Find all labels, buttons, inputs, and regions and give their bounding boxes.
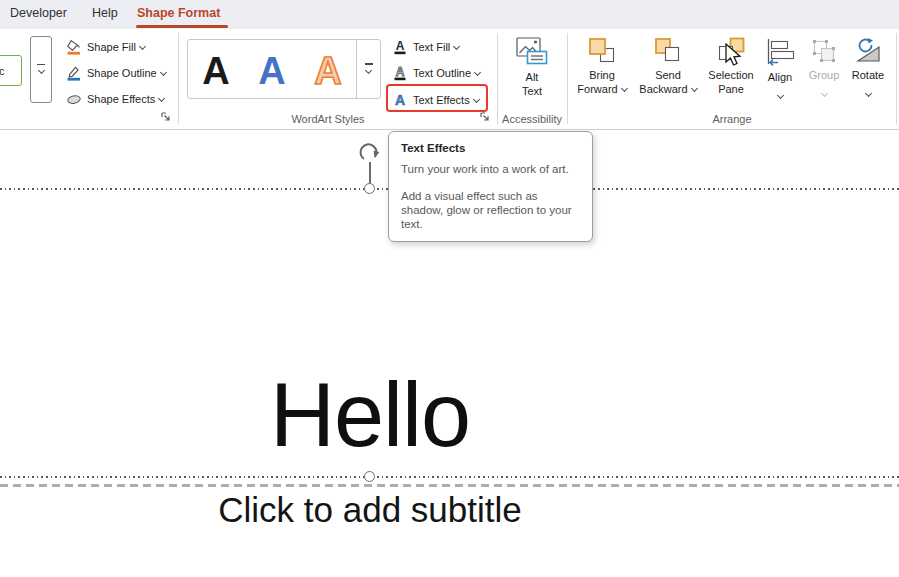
send-backward-label-line2: Backward bbox=[639, 83, 687, 95]
bring-forward-label-line2: Forward bbox=[577, 83, 617, 95]
shape-styles-dialog-launcher-icon[interactable] bbox=[160, 111, 172, 123]
group-button[interactable]: Group bbox=[803, 33, 845, 125]
align-label: Align bbox=[757, 70, 803, 84]
wordart-more-button[interactable] bbox=[356, 40, 380, 98]
shape-outline-label: Shape Outline bbox=[87, 67, 157, 79]
send-backward-button[interactable]: Send Backward bbox=[636, 33, 700, 125]
align-icon bbox=[765, 37, 795, 67]
alt-text-icon bbox=[516, 37, 548, 67]
wordart-a-black-icon: A bbox=[194, 44, 238, 94]
powerpoint-window: Developer Help Shape Format Abc Shape Fi… bbox=[0, 0, 899, 577]
chevron-down-icon bbox=[139, 42, 146, 49]
rotate-label: Rotate bbox=[845, 68, 891, 82]
svg-text:A: A bbox=[258, 50, 285, 92]
mouse-cursor bbox=[724, 43, 742, 69]
title-placeholder-bottom-border[interactable] bbox=[0, 476, 899, 478]
text-outline-label: Text Outline bbox=[413, 67, 471, 79]
svg-text:A: A bbox=[396, 39, 405, 53]
ribbon-tab-row: Developer Help Shape Format bbox=[0, 0, 899, 29]
tab-shape-format[interactable]: Shape Format bbox=[137, 6, 220, 20]
svg-text:A: A bbox=[202, 50, 229, 92]
slide-title-text[interactable]: Hello bbox=[0, 364, 740, 467]
chevron-down-icon bbox=[158, 94, 165, 101]
wordart-gallery: A A A bbox=[187, 39, 381, 99]
chevron-down-icon bbox=[691, 85, 698, 92]
wordart-a-orange-icon: A bbox=[306, 44, 350, 94]
alt-text-button[interactable]: Alt Text bbox=[501, 33, 563, 125]
alt-text-label-line2: Text bbox=[501, 84, 563, 98]
chevron-down-icon bbox=[37, 67, 44, 74]
bring-forward-button[interactable]: Bring Forward bbox=[571, 33, 633, 125]
chevron-down-icon bbox=[820, 90, 827, 97]
wordart-group-label: WordArt Styles bbox=[178, 113, 478, 125]
chevron-down-icon bbox=[864, 90, 871, 97]
shape-styles-more-button[interactable] bbox=[30, 36, 52, 103]
wordart-style-orange[interactable]: A bbox=[300, 40, 356, 98]
rotate-button[interactable]: Rotate bbox=[845, 33, 891, 125]
wordart-dialog-launcher-icon[interactable] bbox=[479, 111, 491, 123]
svg-text:A: A bbox=[314, 50, 341, 92]
tooltip-title: Text Effects bbox=[401, 142, 580, 154]
selection-pane-label-line1: Selection bbox=[701, 68, 761, 82]
title-top-center-handle[interactable] bbox=[364, 183, 375, 194]
shape-outline-button[interactable]: Shape Outline bbox=[66, 63, 166, 83]
chevron-down-icon bbox=[621, 85, 628, 92]
text-effects-highlight-box bbox=[386, 84, 488, 112]
chevron-down-icon bbox=[365, 67, 372, 74]
arrange-group-label: Arrange bbox=[567, 113, 897, 125]
group-separator bbox=[567, 33, 568, 124]
align-button[interactable]: Align bbox=[757, 33, 803, 125]
wordart-a-blue-icon: A bbox=[250, 44, 294, 94]
alt-text-label-line1: Alt bbox=[501, 70, 563, 84]
shape-fill-icon bbox=[66, 39, 82, 55]
subtitle-placeholder-border bbox=[0, 484, 899, 487]
group-separator bbox=[178, 33, 179, 124]
send-backward-icon bbox=[654, 37, 682, 65]
text-fill-label: Text Fill bbox=[413, 41, 450, 53]
more-gallery-icon bbox=[37, 64, 45, 66]
text-outline-button[interactable]: A Text Outline bbox=[392, 63, 480, 83]
shape-style-preview[interactable]: Abc bbox=[0, 55, 22, 86]
title-bottom-center-handle[interactable] bbox=[364, 471, 375, 482]
active-tab-underline bbox=[136, 25, 228, 28]
text-fill-button[interactable]: A Text Fill bbox=[392, 37, 459, 57]
chevron-down-icon bbox=[776, 92, 783, 99]
svg-text:A: A bbox=[396, 65, 405, 79]
shape-fill-button[interactable]: Shape Fill bbox=[66, 37, 145, 57]
bring-forward-icon bbox=[588, 37, 616, 65]
shape-style-preview-label: Abc bbox=[0, 65, 4, 77]
shape-fill-label: Shape Fill bbox=[87, 41, 136, 53]
shape-effects-icon bbox=[66, 91, 82, 107]
more-gallery-icon bbox=[365, 63, 373, 65]
tab-developer[interactable]: Developer bbox=[10, 6, 67, 20]
tooltip-body-line1: Turn your work into a work of art. bbox=[401, 162, 580, 176]
group-separator bbox=[497, 33, 498, 124]
shape-outline-icon bbox=[66, 65, 82, 81]
tab-help[interactable]: Help bbox=[92, 6, 118, 20]
group-icon bbox=[810, 37, 838, 65]
wordart-style-blue[interactable]: A bbox=[244, 40, 300, 98]
text-outline-icon: A bbox=[392, 65, 408, 81]
shape-effects-label: Shape Effects bbox=[87, 93, 155, 105]
shape-effects-button[interactable]: Shape Effects bbox=[66, 89, 164, 109]
selection-pane-label-line2: Pane bbox=[701, 82, 761, 96]
accessibility-group-label: Accessibility bbox=[497, 113, 567, 125]
send-backward-label-line1: Send bbox=[636, 68, 700, 82]
chevron-down-icon bbox=[474, 68, 481, 75]
text-effects-tooltip: Text Effects Turn your work into a work … bbox=[388, 131, 593, 242]
ribbon: Abc Shape Fill Shape Outline bbox=[0, 29, 899, 130]
text-fill-icon: A bbox=[392, 39, 408, 55]
group-label: Group bbox=[803, 68, 845, 82]
group-separator bbox=[896, 33, 897, 124]
tooltip-body-line2: Add a visual effect such as shadow, glow… bbox=[401, 189, 580, 231]
chevron-down-icon bbox=[160, 68, 167, 75]
rotate-handle-stem bbox=[369, 162, 371, 184]
chevron-down-icon bbox=[453, 42, 460, 49]
bring-forward-label-line1: Bring bbox=[571, 68, 633, 82]
wordart-style-black[interactable]: A bbox=[188, 40, 244, 98]
subtitle-placeholder-text[interactable]: Click to add subtitle bbox=[0, 490, 740, 530]
rotate-icon bbox=[854, 37, 882, 65]
